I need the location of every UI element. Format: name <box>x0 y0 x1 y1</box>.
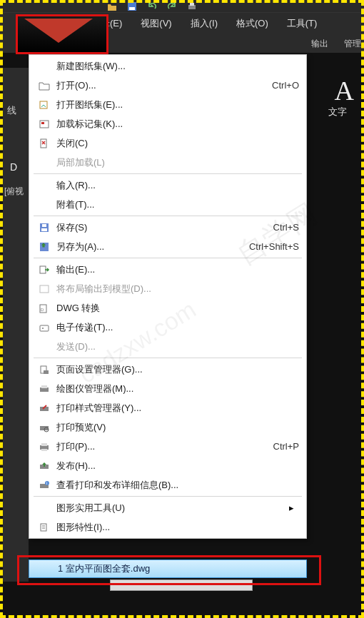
menu-item-drawing-utilities[interactable]: 图形实用工具(U) ▸ <box>29 498 306 517</box>
markset-icon <box>36 119 52 129</box>
quick-access-toolbar <box>0 0 364 13</box>
label: 电子传递(T)... <box>52 321 299 334</box>
menu-tools[interactable]: 工具(T) <box>287 17 318 30</box>
svg-rect-12 <box>40 266 46 273</box>
viewcube-label: [俯视 <box>4 186 24 198</box>
label: DWG 转换 <box>52 302 299 315</box>
label: 打开图纸集(E)... <box>52 98 299 111</box>
menu-item-import[interactable]: 输入(R)... <box>29 176 306 195</box>
label: 新建图纸集(W)... <box>52 60 299 73</box>
plotter-icon <box>36 384 52 394</box>
menu-item-export[interactable]: 输出(E)... <box>29 260 306 279</box>
sidebar-line-label: 线 <box>7 104 16 117</box>
menu-item-save-as[interactable]: 另存为(A)... Ctrl+Shift+S <box>29 237 306 256</box>
menu-item-dwg-convert[interactable]: D DWG 转换 <box>29 298 306 318</box>
svg-rect-21 <box>41 385 47 388</box>
properties-icon <box>36 522 52 532</box>
label: 将布局输出到模型(D)... <box>52 283 299 295</box>
plot-style-icon <box>36 403 52 413</box>
svg-rect-9 <box>41 228 47 231</box>
svg-text:i: i <box>46 481 47 485</box>
text-panel-label: 文字 <box>328 106 347 118</box>
menu-separator <box>34 358 302 358</box>
recent-file-item[interactable]: 1 室内平面图全套.dwg <box>29 559 307 578</box>
label: 局部加载(L) <box>52 156 299 169</box>
label: 打印预览(V) <box>52 421 299 434</box>
menu-item-view-plot-details[interactable]: i 查看打印和发布详细信息(B)... <box>29 475 306 495</box>
label: 保存(S) <box>52 221 273 234</box>
svg-rect-10 <box>42 224 46 227</box>
menu-item-export-layout: 将布局输出到模型(D)... <box>29 279 306 298</box>
label: 图形特性(I)... <box>52 521 299 534</box>
ribbon-tab-output[interactable]: 输出 <box>311 38 328 50</box>
qat-undo-icon[interactable] <box>147 1 157 11</box>
menu-separator <box>34 173 302 174</box>
menu-item-load-markset[interactable]: 加载标记集(K)... <box>29 114 306 133</box>
menu-item-plot-preview[interactable]: 打印预览(V) <box>29 417 306 437</box>
menu-item-plotter-manager[interactable]: 绘图仪管理器(M)... <box>29 379 306 398</box>
svg-point-17 <box>42 328 44 329</box>
label: 关闭(C) <box>52 137 299 150</box>
svg-rect-3 <box>190 3 194 6</box>
svg-rect-27 <box>41 449 47 451</box>
menu-item-new-sheetset[interactable]: 新建图纸集(W)... <box>29 56 306 76</box>
publish-icon <box>36 461 52 471</box>
menu-footer-bar <box>110 579 253 591</box>
shortcut: Ctrl+S <box>273 222 299 233</box>
menu-separator <box>34 496 302 497</box>
label: 绘图仪管理器(M)... <box>52 383 299 395</box>
menu-item-page-setup[interactable]: 页面设置管理器(G)... <box>29 360 306 379</box>
text-panel-glyph[interactable]: A <box>335 75 354 106</box>
menu-format[interactable]: 格式(O) <box>236 17 268 30</box>
svg-rect-13 <box>40 285 49 293</box>
label: 输出(E)... <box>52 263 299 276</box>
menu-view[interactable]: 视图(V) <box>141 17 171 30</box>
svg-rect-19 <box>44 370 49 374</box>
label: 发布(H)... <box>52 460 299 472</box>
menu-item-publish[interactable]: 发布(H)... <box>29 456 306 475</box>
dark-sidebar <box>3 68 29 582</box>
plot-details-icon: i <box>36 480 52 490</box>
svg-rect-16 <box>40 325 49 331</box>
label: 打印(P)... <box>52 440 273 453</box>
qat-open-icon[interactable] <box>107 1 117 11</box>
menu-item-plot[interactable]: 打印(P)... Ctrl+P <box>29 437 306 456</box>
label: 发送(D)... <box>52 340 299 353</box>
export-icon <box>36 265 52 275</box>
label: 图形实用工具(U) <box>52 502 283 515</box>
qat-plot-icon[interactable] <box>187 1 197 11</box>
label: 查看打印和发布详细信息(B)... <box>52 479 299 492</box>
menu-item-drawing-properties[interactable]: 图形特性(I)... <box>29 517 306 537</box>
print-icon <box>36 442 52 452</box>
svg-rect-1 <box>129 7 135 10</box>
shortcut: Ctrl+Shift+S <box>249 241 299 252</box>
close-doc-icon <box>36 138 52 148</box>
label: 另存为(A)... <box>52 240 249 253</box>
shortcut: Ctrl+O <box>272 80 299 91</box>
export-layout-icon <box>36 284 52 294</box>
page-setup-icon <box>36 365 52 375</box>
qat-redo-icon[interactable] <box>167 1 177 11</box>
save-icon <box>36 223 52 233</box>
dwg-convert-icon: D <box>36 303 52 313</box>
menu-item-open-sheetset[interactable]: 打开图纸集(E)... <box>29 95 306 114</box>
label: 加载标记集(K)... <box>52 118 299 131</box>
menu-item-etransmit[interactable]: 电子传递(T)... <box>29 318 306 337</box>
ribbon-tab-manage[interactable]: 管理 <box>344 38 361 50</box>
folder-open-icon <box>36 81 52 91</box>
menu-item-save[interactable]: 保存(S) Ctrl+S <box>29 218 306 237</box>
menu-insert[interactable]: 插入(I) <box>191 17 218 30</box>
menu-item-plot-style-manager[interactable]: 打印样式管理器(Y)... <box>29 398 306 417</box>
svg-rect-32 <box>41 524 46 531</box>
menu-item-partial-load: 局部加载(L) <box>29 153 306 172</box>
save-as-icon <box>36 242 52 252</box>
app-menu-chevron-icon[interactable] <box>24 19 93 43</box>
label: 页面设置管理器(G)... <box>52 363 299 376</box>
menu-item-open[interactable]: 打开(O)... Ctrl+O <box>29 76 306 95</box>
qat-save-icon[interactable] <box>127 1 137 11</box>
menu-item-close[interactable]: 关闭(C) <box>29 133 306 153</box>
submenu-arrow-icon: ▸ <box>283 502 299 513</box>
shortcut: Ctrl+P <box>273 441 299 452</box>
label: 打印样式管理器(Y)... <box>52 402 299 415</box>
menu-item-attach[interactable]: 附着(T)... <box>29 195 306 214</box>
